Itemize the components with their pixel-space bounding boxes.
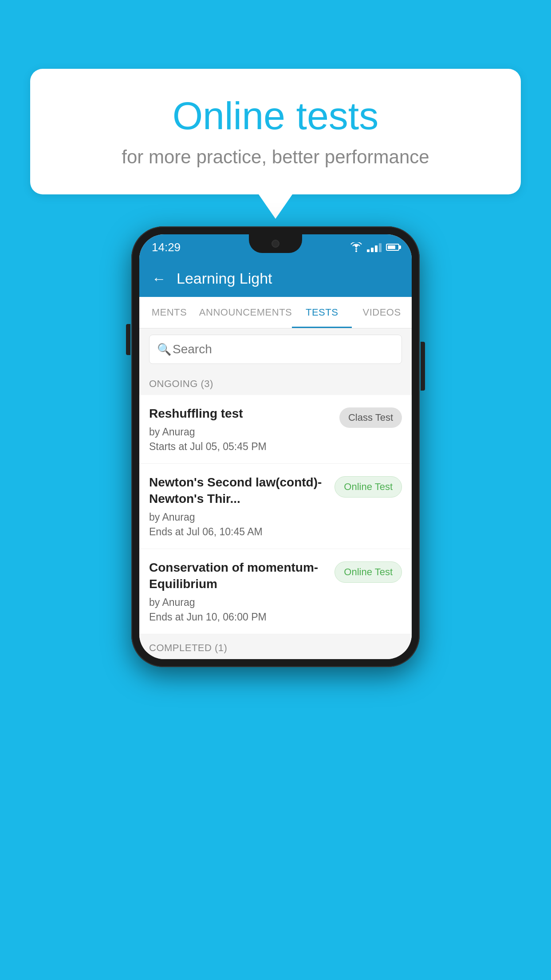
search-wrapper: 🔍 (149, 335, 402, 364)
test-info: Reshuffling test by Anurag Starts at Jul… (149, 406, 333, 453)
search-container: 🔍 (139, 328, 412, 370)
back-button[interactable]: ← (152, 272, 166, 286)
test-author: by Anurag (149, 597, 328, 609)
test-badge-class: Class Test (339, 407, 402, 428)
search-input[interactable] (149, 335, 402, 364)
hero-title: Online tests (57, 93, 494, 138)
app-title: Learning Light (177, 270, 272, 287)
test-author: by Anurag (149, 426, 333, 438)
speech-bubble-tail (259, 194, 292, 219)
test-date: Ends at Jun 10, 06:00 PM (149, 611, 328, 623)
tab-announcements[interactable]: ANNOUNCEMENTS (199, 297, 292, 328)
test-badge-online: Online Test (335, 561, 402, 583)
test-item[interactable]: Newton's Second law(contd)-Newton's Thir… (139, 464, 412, 549)
test-name: Newton's Second law(contd)-Newton's Thir… (149, 474, 328, 507)
test-name: Conservation of momentum-Equilibrium (149, 560, 328, 592)
ongoing-section-label: ONGOING (3) (139, 370, 412, 395)
completed-section-label: COMPLETED (1) (139, 634, 412, 659)
test-info: Conservation of momentum-Equilibrium by … (149, 560, 328, 623)
test-item[interactable]: Conservation of momentum-Equilibrium by … (139, 549, 412, 634)
app-header: ← Learning Light (139, 260, 412, 297)
tests-list: Reshuffling test by Anurag Starts at Jul… (139, 395, 412, 634)
test-info: Newton's Second law(contd)-Newton's Thir… (149, 474, 328, 538)
battery-icon (386, 244, 399, 251)
hero-subtitle: for more practice, better performance (57, 146, 494, 168)
wifi-icon (350, 242, 362, 252)
tabs-container: MENTS ANNOUNCEMENTS TESTS VIDEOS (139, 297, 412, 328)
test-name: Reshuffling test (149, 406, 333, 422)
test-date: Starts at Jul 05, 05:45 PM (149, 441, 333, 453)
test-item[interactable]: Reshuffling test by Anurag Starts at Jul… (139, 395, 412, 464)
tab-ments[interactable]: MENTS (139, 297, 199, 328)
status-time: 14:29 (152, 241, 181, 254)
phone-mockup: 14:29 (131, 226, 420, 667)
svg-point-0 (355, 250, 357, 252)
phone-notch (249, 234, 302, 253)
test-badge-online: Online Test (335, 476, 402, 498)
signal-bars-icon (367, 242, 382, 252)
battery-fill (388, 245, 395, 249)
search-icon: 🔍 (157, 343, 171, 356)
tab-videos[interactable]: VIDEOS (352, 297, 412, 328)
test-author: by Anurag (149, 511, 328, 523)
test-date: Ends at Jul 06, 10:45 AM (149, 526, 328, 538)
speech-bubble: Online tests for more practice, better p… (30, 69, 521, 194)
status-icons (350, 242, 399, 252)
phone-camera (272, 240, 279, 248)
hero-section: Online tests for more practice, better p… (30, 69, 521, 219)
phone-outer: 14:29 (131, 226, 420, 667)
tab-tests[interactable]: TESTS (292, 297, 352, 328)
phone-inner: 14:29 (139, 234, 412, 659)
